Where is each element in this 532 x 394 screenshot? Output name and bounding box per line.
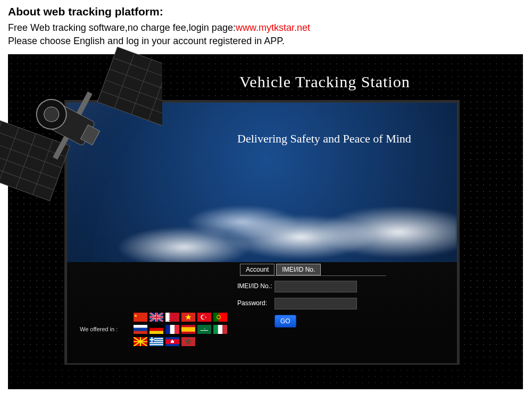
imei-label: IMEI/ID No.: [237, 281, 275, 291]
svg-line-11 [0, 137, 62, 168]
tab-account[interactable]: Account [240, 264, 275, 275]
svg-rect-30 [149, 317, 163, 318]
password-input[interactable] [275, 298, 357, 309]
flag-china[interactable] [134, 313, 147, 322]
flag-saudi[interactable]: ـــ [197, 325, 211, 334]
svg-rect-44 [134, 331, 147, 334]
language-flags: ـــ [134, 313, 227, 347]
svg-rect-48 [165, 325, 170, 334]
tagline: Delivering Safety and Peace of Mind [237, 132, 411, 146]
doc-title: About web tracking platform: [8, 5, 524, 18]
go-button[interactable]: GO [275, 315, 296, 328]
tab-imei[interactable]: IMEI/ID No. [276, 264, 321, 275]
svg-line-15 [0, 128, 19, 182]
flag-italy[interactable] [213, 325, 227, 334]
login-link[interactable]: www.mytkstar.net [236, 22, 310, 33]
svg-rect-68 [149, 342, 163, 343]
svg-rect-49 [170, 325, 175, 334]
svg-rect-54 [201, 330, 208, 331]
svg-rect-69 [149, 345, 163, 346]
svg-rect-40 [213, 313, 219, 322]
svg-point-21 [31, 95, 72, 135]
svg-rect-42 [134, 325, 147, 328]
flag-germany[interactable] [149, 325, 163, 334]
svg-rect-46 [149, 328, 163, 331]
login-form: IMEI/ID No.: Password: GO [237, 281, 357, 328]
svg-line-12 [0, 148, 58, 179]
password-label: Password: [237, 298, 275, 308]
svg-rect-47 [149, 331, 163, 334]
svg-rect-24 [134, 313, 147, 322]
svg-line-16 [16, 134, 36, 189]
svg-rect-75 [171, 341, 174, 343]
imei-input[interactable] [275, 281, 357, 292]
svg-line-1 [113, 58, 162, 89]
flag-turkey[interactable] [197, 313, 211, 322]
doc-line2: Please choose English and log in your ac… [8, 35, 524, 48]
app-title: Vehicle Tracking Station [239, 73, 410, 91]
svg-rect-43 [134, 328, 147, 331]
flag-morocco[interactable] [181, 337, 195, 346]
flag-portugal[interactable] [213, 313, 227, 322]
svg-point-22 [41, 104, 62, 124]
svg-rect-72 [149, 339, 154, 340]
hero-image: Delivering Safety and Peace of Mind [67, 103, 457, 262]
flag-uk[interactable] [149, 313, 163, 322]
svg-line-5 [114, 53, 135, 108]
svg-line-14 [0, 121, 2, 176]
login-panel: Delivering Safety and Peace of Mind Acco… [66, 102, 458, 363]
flag-greece[interactable] [149, 337, 163, 346]
svg-rect-9 [0, 115, 70, 202]
svg-rect-57 [218, 325, 223, 334]
flag-cambodia[interactable] [165, 337, 179, 346]
svg-rect-56 [213, 325, 218, 334]
svg-line-2 [110, 69, 162, 100]
app-window: Vehicle Tracking Station [8, 54, 523, 389]
svg-line-17 [33, 140, 53, 195]
flag-russia[interactable] [134, 325, 147, 334]
offered-label: We offered in : [80, 326, 118, 332]
login-tabs: Account IMEI/ID No. [240, 264, 386, 276]
svg-line-10 [0, 126, 66, 157]
flag-macedonia[interactable] [134, 337, 147, 346]
svg-rect-58 [222, 325, 227, 334]
svg-rect-76 [172, 340, 173, 341]
flag-bahrain[interactable] [165, 313, 179, 322]
doc-line1-prefix: Free Web tracking software,no charge fee… [8, 22, 236, 33]
flag-france[interactable] [165, 325, 179, 334]
svg-rect-52 [181, 328, 195, 332]
svg-point-37 [202, 315, 206, 319]
svg-rect-45 [149, 325, 163, 328]
flag-spain[interactable] [181, 325, 195, 334]
flag-vietnam[interactable] [181, 313, 195, 322]
svg-line-13 [0, 159, 54, 190]
svg-rect-50 [174, 325, 179, 334]
doc-line1: Free Web tracking software,no charge fee… [8, 21, 524, 35]
